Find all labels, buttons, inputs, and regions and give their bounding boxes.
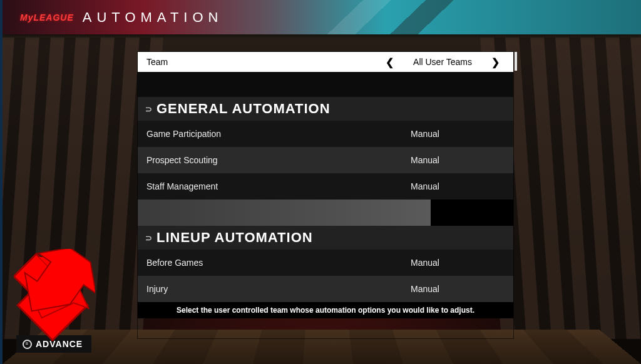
- link-icon: ⊃: [145, 104, 153, 114]
- section-title: GENERAL AUTOMATION: [156, 101, 331, 117]
- team-selector[interactable]: Team ❮ All User Teams ❯: [138, 52, 513, 72]
- row-label: Before Games: [146, 258, 203, 268]
- panel-spacer: [138, 72, 513, 97]
- row-game-participation[interactable]: Game Participation Manual: [138, 121, 513, 147]
- link-icon: ⊃: [145, 233, 153, 243]
- hint-text: Select the user controlled team whose au…: [138, 302, 513, 318]
- team-selector-value: All User Teams: [399, 57, 486, 67]
- row-label: Staff Management: [146, 181, 218, 191]
- team-selector-next[interactable]: ❯: [486, 56, 505, 68]
- page-header: MyLEAGUE AUTOMATION: [3, 0, 641, 34]
- row-value: Manual: [411, 258, 505, 268]
- row-value: Manual: [411, 129, 505, 139]
- section-title: LINEUP AUTOMATION: [156, 230, 313, 246]
- row-label: Prospect Scouting: [146, 155, 218, 165]
- row-spacer: [138, 200, 513, 226]
- row-label: Injury: [146, 284, 168, 294]
- scrollbar[interactable]: [515, 52, 517, 71]
- advance-label: ADVANCE: [36, 339, 83, 349]
- settings-panel: Team ❮ All User Teams ❯ ⊃ GENERAL AUTOMA…: [138, 52, 513, 338]
- section-lineup-automation: ⊃ LINEUP AUTOMATION: [138, 226, 513, 250]
- row-value: Manual: [411, 181, 505, 191]
- row-value: Manual: [411, 155, 505, 165]
- team-selector-label: Team: [146, 57, 168, 67]
- row-injury[interactable]: Injury Manual: [138, 276, 513, 302]
- row-label: Game Participation: [146, 129, 221, 139]
- row-value: Manual: [411, 284, 505, 294]
- team-selector-prev[interactable]: ❮: [381, 56, 399, 68]
- row-staff-management[interactable]: Staff Management Manual: [138, 173, 513, 200]
- row-before-games[interactable]: Before Games Manual: [138, 250, 513, 276]
- controller-button-icon: ≡: [23, 340, 32, 349]
- page-title: AUTOMATION: [83, 9, 223, 26]
- section-general-automation: ⊃ GENERAL AUTOMATION: [138, 97, 513, 121]
- advance-button[interactable]: ≡ ADVANCE: [16, 335, 91, 353]
- league-logo: MyLEAGUE: [20, 13, 74, 23]
- row-prospect-scouting[interactable]: Prospect Scouting Manual: [138, 147, 513, 173]
